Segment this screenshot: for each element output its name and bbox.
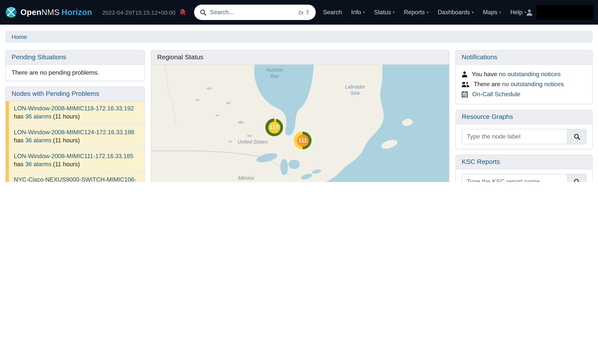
nodes-pending-problems-header: Nodes with Pending Problems <box>6 87 144 101</box>
map-label-united-states: United States <box>235 139 270 145</box>
chevron-down-icon: ▾ <box>363 10 365 14</box>
nav-menu-item-label: Help <box>510 9 523 16</box>
node-problem-item: NYC-Cisco-NEXUS9000-SWITCH-MIMIC106-172.… <box>6 172 144 182</box>
ksc-reports-header: KSC Reports <box>456 155 592 169</box>
regional-status-map[interactable]: HudsonBay LabradorSea United States Méxi… <box>151 65 449 182</box>
search-icon <box>573 133 580 140</box>
calendar-icon <box>462 91 468 97</box>
global-search-box[interactable]: Search... 2x⇧ <box>194 5 316 20</box>
alarms-link[interactable]: 36 alarms <box>25 113 51 120</box>
person-icon <box>462 71 467 77</box>
pending-situations-card: Pending Situations There are no pending … <box>5 50 145 81</box>
nav-menu-item-label: Status <box>374 9 391 16</box>
brand-open: Open <box>20 8 42 16</box>
left-column: Pending Situations There are no pending … <box>5 50 145 182</box>
ksc-reports-title-link[interactable]: KSC Reports <box>462 158 500 165</box>
regional-status-header: Regional Status <box>151 50 449 65</box>
chevron-down-icon: ▾ <box>427 10 428 14</box>
all-notices-row: There are no outstanding notices <box>462 79 586 89</box>
ksc-report-name-input[interactable] <box>462 174 567 182</box>
nav-menu-item-reports[interactable]: Reports▾ <box>404 9 429 16</box>
brand-text: OpenNMSHorizon <box>20 8 92 17</box>
server-timestamp: 2022-04-29T15:15:12+00:00 <box>102 9 175 16</box>
alarms-link[interactable]: 36 alarms <box>25 137 51 144</box>
nav-menu-item-label: Maps <box>483 9 498 16</box>
user-notices-row: You have no outstanding notices <box>462 69 586 79</box>
all-notices-link[interactable]: no outstanding notices <box>502 81 564 87</box>
nodes-pending-problems-card: Nodes with Pending Problems LON-Window-2… <box>5 87 145 182</box>
nodes-list: LON-Window-2008-MIMIC118-172.16.33.192 h… <box>6 101 144 182</box>
right-column: Notifications You have no outstanding no… <box>456 50 593 182</box>
oncall-schedule-link[interactable]: On-Call Schedule <box>472 91 520 98</box>
pending-situations-title-link[interactable]: Pending Situations <box>12 54 66 61</box>
node-problem-item: LON-Window-2008-MIMIC118-172.16.33.192 h… <box>6 101 144 124</box>
user-menu-redacted[interactable] <box>536 5 593 20</box>
node-link[interactable]: LON-Window-2008-MIMIC118-172.16.33.192 <box>14 105 134 112</box>
brand-nms: NMS <box>42 8 60 16</box>
user-notices-link[interactable]: no outstanding notices <box>499 71 560 77</box>
nodes-pending-problems-title-link[interactable]: Nodes with Pending Problems <box>12 90 99 97</box>
map-label-hudson-bay: HudsonBay <box>262 67 287 80</box>
nav-right-cluster: ▾ 00 ⚙⚙⚙ <box>526 5 598 20</box>
notifications-card: Notifications You have no outstanding no… <box>456 50 593 104</box>
nav-menu-item-info[interactable]: Info▾ <box>351 9 365 16</box>
opennms-logo-icon <box>5 7 17 18</box>
resource-graphs-header: Resource Graphs <box>456 110 592 124</box>
map-cluster-marker-117[interactable]: 117 <box>265 119 283 136</box>
user-icon <box>526 9 532 16</box>
breadcrumb: Home <box>5 31 593 43</box>
resource-graphs-node-input[interactable] <box>462 129 567 144</box>
chevron-down-icon: ▾ <box>524 10 526 14</box>
top-navbar: OpenNMSHorizon 2022-04-29T15:15:12+00:00… <box>0 0 598 25</box>
nav-menu-item-status[interactable]: Status▾ <box>374 9 395 16</box>
notifications-title-link[interactable]: Notifications <box>462 54 497 61</box>
chevron-down-icon: ▾ <box>393 10 395 14</box>
resource-graphs-search-button[interactable] <box>567 129 586 144</box>
center-column: Regional Status <box>151 50 449 182</box>
map-canvas <box>151 65 442 182</box>
nav-menu-item-maps[interactable]: Maps▾ <box>483 9 501 16</box>
resource-graphs-card: Resource Graphs <box>456 110 593 149</box>
chevron-down-icon: ▾ <box>499 10 501 14</box>
notifications-header: Notifications <box>456 50 592 65</box>
nav-menu-item-label: Dashboards <box>438 9 470 16</box>
nav-menu-item-label: Reports <box>404 9 425 16</box>
resource-graphs-title-link[interactable]: Resource Graphs <box>462 113 513 121</box>
node-link[interactable]: LON-Window-2008-MIMIC124-172.16.33.198 <box>14 129 134 136</box>
oncall-row: On-Call Schedule <box>462 89 586 99</box>
regional-status-card: Regional Status <box>151 50 449 182</box>
pending-situations-header: Pending Situations <box>6 50 144 65</box>
chevron-down-icon: ▾ <box>472 10 474 14</box>
shift-key-icon: ⇧ <box>305 9 310 16</box>
node-problem-item: LON-Window-2008-MIMIC124-172.16.33.198 h… <box>6 124 144 148</box>
search-icon <box>200 9 206 16</box>
map-label-labrador-sea: LabradorSea <box>342 84 368 96</box>
nav-menu-item-dashboards[interactable]: Dashboards▾ <box>438 9 473 16</box>
nav-menu-item-label: Info <box>351 9 361 16</box>
nav-menu-item-label: Search <box>323 9 342 16</box>
brand[interactable]: OpenNMSHorizon <box>5 7 92 18</box>
search-shortcut-hint: 2x⇧ <box>298 9 310 16</box>
ksc-reports-search-button[interactable] <box>567 174 586 182</box>
search-placeholder: Search... <box>210 9 295 16</box>
brand-horizon: Horizon <box>62 8 92 16</box>
breadcrumb-home-link[interactable]: Home <box>12 33 27 40</box>
pending-situations-body: There are no pending problems. <box>6 65 144 81</box>
notifications-off-icon[interactable] <box>179 9 186 16</box>
nav-menu-item-help[interactable]: Help▾ <box>510 9 526 16</box>
map-label-mexico: México <box>235 175 257 181</box>
nav-menu-item-search[interactable]: Search <box>323 9 342 16</box>
node-link[interactable]: NYC-Cisco-NEXUS9000-SWITCH-MIMIC106-172.… <box>14 176 136 182</box>
map-cluster-marker-111[interactable]: 111 <box>294 132 312 149</box>
search-icon <box>573 178 580 182</box>
alarms-link[interactable]: 36 alarms <box>25 161 51 167</box>
node-problem-item: LON-Window-2008-MIMIC111-172.16.33.185 h… <box>6 148 144 172</box>
users-icon <box>462 81 469 87</box>
page-content: Home Pending Situations There are no pen… <box>0 25 598 182</box>
nav-menu: SearchInfo▾Status▾Reports▾Dashboards▾Map… <box>323 9 526 16</box>
ksc-reports-card: KSC Reports <box>456 155 593 182</box>
node-link[interactable]: LON-Window-2008-MIMIC111-172.16.33.185 <box>14 153 133 159</box>
